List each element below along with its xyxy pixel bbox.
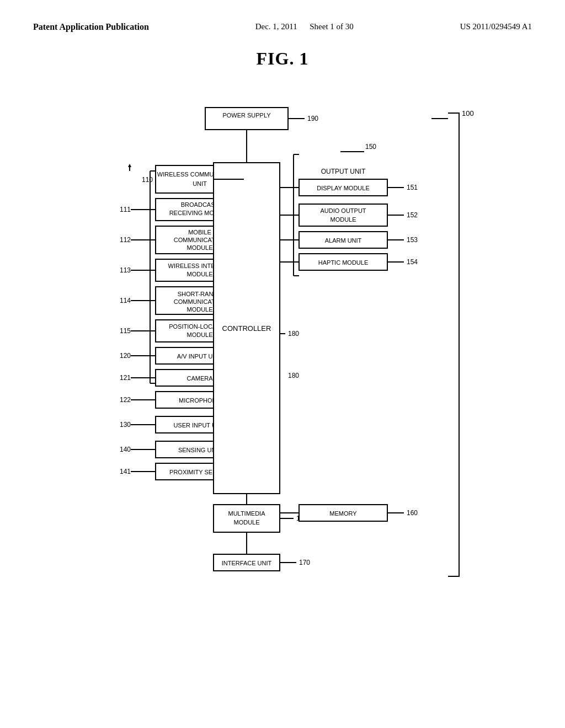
diagram: 100 POWER SUPPLY 190 110 WIRELESS COMMUN… xyxy=(34,97,531,620)
svg-marker-8 xyxy=(128,164,131,167)
svg-rect-92 xyxy=(299,204,387,226)
svg-rect-32 xyxy=(156,287,244,314)
svg-text:121: 121 xyxy=(120,374,131,382)
svg-text:150: 150 xyxy=(365,143,376,151)
page: Patent Application Publication Dec. 1, 2… xyxy=(0,0,565,728)
svg-text:PROXIMITY SENSOR: PROXIMITY SENSOR xyxy=(169,469,230,475)
svg-text:HAPTIC MODULE: HAPTIC MODULE xyxy=(318,259,368,266)
svg-text:RECEIVING MODULE: RECEIVING MODULE xyxy=(169,210,231,216)
svg-text:DISPLAY MODULE: DISPLAY MODULE xyxy=(317,185,370,191)
svg-text:115: 115 xyxy=(120,327,131,335)
svg-text:170: 170 xyxy=(299,559,310,566)
svg-rect-59 xyxy=(156,392,244,408)
svg-text:OUTPUT UNIT: OUTPUT UNIT xyxy=(321,168,366,175)
header-right: US 2011/0294549 A1 xyxy=(460,22,532,31)
svg-text:141: 141 xyxy=(120,468,131,475)
header-left: Patent Application Publication xyxy=(33,22,149,32)
svg-text:MODULE: MODULE xyxy=(186,271,212,277)
svg-text:SENSING UNIT: SENSING UNIT xyxy=(178,447,222,453)
patent-number-label: US 2011/0294549 A1 xyxy=(460,22,532,31)
diagram-svg: 100 POWER SUPPLY 190 110 WIRELESS COMMUN… xyxy=(34,97,531,620)
svg-text:UNIT: UNIT xyxy=(193,180,207,187)
svg-rect-87 xyxy=(299,179,387,196)
svg-text:140: 140 xyxy=(120,446,131,453)
svg-text:CAMERA: CAMERA xyxy=(186,375,213,382)
svg-text:AUDIO OUTPUT: AUDIO OUTPUT xyxy=(320,207,366,214)
svg-text:BROADCAST: BROADCAST xyxy=(181,201,219,208)
svg-rect-98 xyxy=(299,232,387,248)
svg-text:MODULE: MODULE xyxy=(330,216,356,223)
svg-rect-103 xyxy=(299,254,387,270)
svg-text:100: 100 xyxy=(462,109,474,117)
svg-rect-74 xyxy=(156,463,244,480)
svg-text:WIRELESS INTERNET: WIRELESS INTERNET xyxy=(168,263,232,269)
svg-text:POSITION-LOCATION: POSITION-LOCATION xyxy=(169,323,231,330)
svg-text:180: 180 xyxy=(288,372,299,379)
fig-title: FIG. 1 xyxy=(33,49,532,69)
svg-text:MOBILE: MOBILE xyxy=(188,229,211,235)
svg-text:USER INPUT UNIT: USER INPUT UNIT xyxy=(173,422,226,429)
sheet-label: Sheet 1 of 30 xyxy=(310,22,354,31)
svg-rect-49 xyxy=(156,347,244,364)
date-label: Dec. 1, 2011 xyxy=(255,22,297,31)
fig-title-text: FIG. 1 xyxy=(257,49,309,68)
svg-text:151: 151 xyxy=(407,184,418,191)
svg-rect-13 xyxy=(156,165,244,193)
svg-rect-21 xyxy=(156,226,244,254)
svg-text:130: 130 xyxy=(120,421,131,429)
svg-rect-124 xyxy=(214,554,280,571)
svg-text:SHORT-RANGE: SHORT-RANGE xyxy=(178,291,222,297)
svg-text:MODULE: MODULE xyxy=(186,244,212,251)
svg-text:INTERFACE UNIT: INTERFACE UNIT xyxy=(222,560,272,566)
svg-rect-79 xyxy=(214,163,280,494)
svg-rect-113 xyxy=(214,505,280,532)
svg-text:MODULE: MODULE xyxy=(233,519,259,526)
svg-text:POWER SUPPLY: POWER SUPPLY xyxy=(222,112,271,119)
svg-text:MICROPHONE: MICROPHONE xyxy=(179,397,221,404)
svg-rect-2 xyxy=(205,108,288,130)
svg-rect-16 xyxy=(156,199,244,221)
svg-rect-119 xyxy=(299,505,387,521)
svg-text:181: 181 xyxy=(296,515,307,522)
header: Patent Application Publication Dec. 1, 2… xyxy=(33,22,532,32)
svg-text:113: 113 xyxy=(120,266,131,274)
svg-rect-38 xyxy=(156,320,244,342)
svg-text:ALARM UNIT: ALARM UNIT xyxy=(325,237,362,244)
svg-text:122: 122 xyxy=(120,396,131,404)
svg-text:112: 112 xyxy=(120,236,131,244)
svg-text:110: 110 xyxy=(142,176,153,184)
svg-rect-54 xyxy=(156,370,244,386)
svg-text:180: 180 xyxy=(288,330,299,338)
header-center: Dec. 1, 2011 Sheet 1 of 30 xyxy=(255,22,354,31)
svg-text:120: 120 xyxy=(120,352,131,360)
svg-text:MEMORY: MEMORY xyxy=(329,510,357,517)
svg-text:A/V INPUT UNIT: A/V INPUT UNIT xyxy=(177,353,223,360)
svg-text:MODULE: MODULE xyxy=(186,306,212,313)
svg-text:114: 114 xyxy=(120,297,131,304)
svg-text:MODULE: MODULE xyxy=(186,331,212,338)
svg-rect-27 xyxy=(156,259,244,281)
svg-text:COMMUNICATION: COMMUNICATION xyxy=(174,237,226,243)
svg-text:MULTIMEDIA: MULTIMEDIA xyxy=(228,510,265,517)
svg-text:190: 190 xyxy=(307,115,318,122)
svg-text:154: 154 xyxy=(407,258,418,266)
svg-text:CONTROLLER: CONTROLLER xyxy=(222,324,271,333)
svg-text:152: 152 xyxy=(407,211,418,219)
svg-rect-69 xyxy=(156,441,244,458)
svg-text:153: 153 xyxy=(407,236,418,244)
svg-text:160: 160 xyxy=(407,509,418,517)
svg-rect-64 xyxy=(156,416,244,433)
svg-text:COMMUNICATION: COMMUNICATION xyxy=(174,298,226,305)
svg-text:WIRELESS COMMUNICATION: WIRELESS COMMUNICATION xyxy=(157,171,242,178)
publication-label: Patent Application Publication xyxy=(33,22,149,31)
svg-text:111: 111 xyxy=(120,206,131,213)
